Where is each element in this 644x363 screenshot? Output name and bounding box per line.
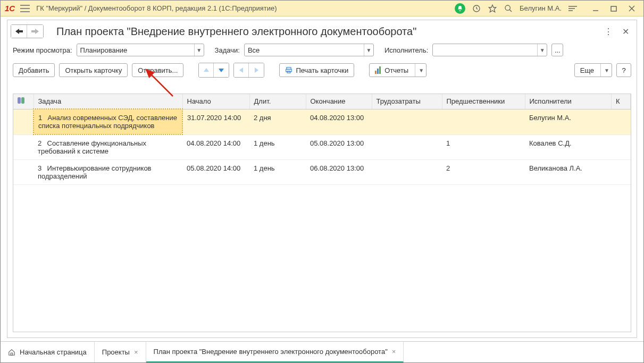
move-up-button[interactable] [199,63,214,77]
user-menu[interactable]: Белугин М.А. [520,4,562,12]
cell-task: 3 Интервьюирование сотрудников подраздел… [34,160,182,185]
move-right-button[interactable] [249,63,264,77]
more-label: Еще [580,66,594,74]
cell-duration: 1 день [249,160,306,185]
nav-back-forward [11,24,44,38]
tab-home-label: Начальная страница [20,348,87,356]
executor-picker-button[interactable] [551,44,563,56]
col-icon-header[interactable] [13,94,34,109]
settings-lines-icon[interactable] [568,4,578,13]
view-mode-label: Режим просмотра: [13,46,72,54]
chevron-down-icon[interactable]: ▼ [364,44,373,56]
svg-rect-16 [379,66,381,74]
window-maximize-icon[interactable] [606,3,621,14]
col-task-header[interactable]: Задача [34,94,182,109]
move-down-button[interactable] [214,63,229,77]
tab-close-icon[interactable]: × [134,348,138,356]
svg-rect-14 [375,71,377,74]
view-mode-value: Планирование [77,46,194,54]
cell-effort [372,160,442,185]
col-effort-header[interactable]: Трудозатраты [372,94,442,109]
tab-home[interactable]: Начальная страница [1,342,95,362]
move-updown-group [198,63,229,78]
cell-icon [13,134,34,160]
cell-start: 05.08.2020 14:00 [182,160,249,185]
home-icon [8,349,15,356]
notifications-icon[interactable] [455,3,465,14]
cell-icon [13,109,34,134]
move-leftright-group [233,63,264,78]
chevron-down-icon[interactable]: ▼ [537,44,547,56]
nav-back-button[interactable] [11,25,27,38]
col-duration-header[interactable]: Длит. [249,94,306,109]
cell-start: 31.07.2020 14:00 [182,109,249,134]
col-end-header[interactable]: Окончание [306,94,372,109]
send-button[interactable]: Отправить... [132,63,183,77]
executor-select[interactable]: ▼ [432,44,547,56]
tasks-value: Все [245,46,364,54]
help-label: ? [622,66,625,74]
history-icon[interactable] [472,4,481,13]
nav-forward-button[interactable] [27,25,43,38]
cell-icon [13,160,34,185]
svg-line-3 [509,10,512,12]
search-icon[interactable] [504,4,513,13]
print-card-button[interactable]: Печать карточки [279,63,354,77]
move-left-button[interactable] [234,63,249,77]
tab-close-icon[interactable]: × [392,348,396,356]
report-chart-icon [375,66,381,74]
tasks-table: Задача Начало Длит. Окончание Трудозатра… [13,94,631,332]
tab-projects-label: Проекты [102,348,130,356]
table-body: 1 Анализ современных СЭД, составление сп… [13,109,631,185]
title-bar: 1C ГК "Меркурий" / Документооборот 8 КОР… [1,1,643,16]
cell-effort [372,134,442,160]
cell-task: 2 Составление функциональных требований … [34,134,182,160]
table-header-row: Задача Начало Длит. Окончание Трудозатра… [13,94,631,109]
cell-end: 05.08.2020 13:00 [306,134,372,160]
table-row[interactable]: 2 Составление функциональных требований … [13,134,631,160]
tab-projects[interactable]: Проекты × [95,342,146,362]
cell-k [612,160,631,185]
executor-label: Исполнитель: [384,46,428,54]
cell-end: 04.08.2020 13:00 [306,109,372,134]
reports-label: Отчеты [384,66,408,74]
more-button[interactable]: Еще ▼ [574,63,612,77]
chevron-down-icon: ▼ [600,64,609,77]
cell-predecessors: 2 [442,160,525,185]
cell-executors: Великанова Л.А. [525,160,612,185]
printer-icon [285,66,292,74]
window-minimize-icon[interactable] [588,3,603,14]
content-area: План проекта "Внедрение внутреннего элек… [1,16,643,341]
table-row[interactable]: 1 Анализ современных СЭД, составление сп… [13,109,631,134]
tasks-select[interactable]: Все ▼ [244,44,374,56]
bottom-tabs: Начальная страница Проекты × План проект… [1,341,643,362]
cell-duration: 2 дня [249,109,306,134]
add-button[interactable]: Добавить [13,63,55,77]
page-frame: План проекта "Внедрение внутреннего элек… [7,20,637,338]
print-card-label: Печать карточки [296,66,348,74]
view-mode-select[interactable]: Планирование ▼ [77,44,204,56]
col-k-header[interactable]: К [612,94,631,109]
page-close-icon[interactable]: ✕ [621,27,630,36]
col-start-header[interactable]: Начало [182,94,249,109]
reports-button[interactable]: Отчеты ▼ [369,63,426,77]
cell-end: 06.08.2020 13:00 [306,160,372,185]
window-close-icon[interactable] [624,3,639,14]
cell-task: 1 Анализ современных СЭД, составление сп… [34,109,182,134]
favorite-star-icon[interactable] [488,4,497,13]
col-executors-header[interactable]: Исполнители [525,94,612,109]
col-predecessors-header[interactable]: Предшественники [442,94,525,109]
toolbar: Добавить Открыть карточку Отправить... П… [7,58,637,82]
svg-marker-1 [489,5,496,12]
menu-burger-icon[interactable] [20,5,30,12]
table-row[interactable]: 3 Интервьюирование сотрудников подраздел… [13,160,631,185]
cell-k [612,109,631,134]
svg-point-2 [505,5,510,10]
chevron-down-icon[interactable]: ▼ [194,44,204,56]
tab-plan[interactable]: План проекта "Внедрение внутреннего элек… [146,342,404,362]
open-card-button[interactable]: Открыть карточку [59,63,128,77]
page-more-icon[interactable]: ⋮ [604,27,613,36]
help-button[interactable]: ? [616,63,631,77]
cell-predecessors: 1 [442,134,525,160]
cell-executors: Ковалев С.Д. [525,134,612,160]
